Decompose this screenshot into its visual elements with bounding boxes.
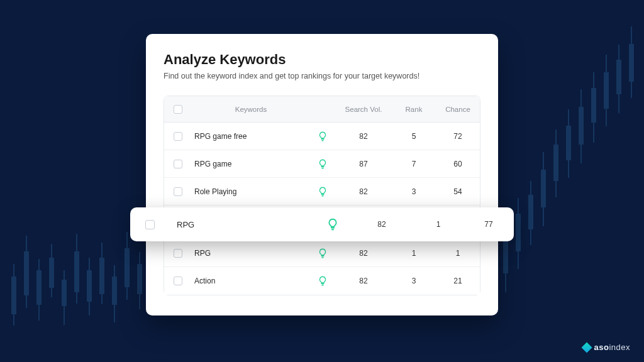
search-vol-cell: 87 [335,160,392,168]
chance-cell: 60 [436,160,480,168]
row-checkbox[interactable] [174,132,182,141]
table-header-row: Keywords Search Vol. Rank Chance [164,96,480,123]
search-vol-cell: 82 [335,187,392,196]
rank-cell: 1 [413,220,464,229]
chance-cell: 72 [436,132,480,141]
search-vol-cell: 82 [335,249,392,258]
brand-part2: index [609,343,630,352]
lightbulb-icon[interactable] [317,275,328,287]
header-keywords: Keywords [192,106,310,113]
keyword-cell: Role Playing [192,187,310,196]
header-rank: Rank [392,106,436,113]
select-all-checkbox[interactable] [174,105,182,114]
header-search-vol: Search Vol. [335,106,392,113]
table-row[interactable]: RPG 82 1 1 [164,239,480,267]
table-row[interactable]: Role Playing 82 3 54 [164,178,480,206]
keyword-cell: RPG game [192,160,310,168]
analyze-keywords-card: Analyze Keywords Find out the keyword in… [146,34,498,315]
keyword-cell: Action [192,277,310,285]
table-row[interactable]: RPG game 87 7 60 [164,150,480,178]
row-checkbox[interactable] [174,187,182,196]
rank-cell: 3 [392,187,436,196]
rank-cell: 7 [392,160,436,168]
lightbulb-icon[interactable] [326,217,340,231]
search-vol-cell: 82 [350,220,413,229]
highlighted-keyword-row[interactable]: RPG 82 1 77 [130,207,514,241]
rank-cell: 1 [392,249,436,258]
keyword-cell: RPG [169,220,315,229]
card-title: Analyze Keywords [164,52,480,68]
chance-cell: 77 [464,220,514,229]
row-checkbox[interactable] [174,160,182,168]
brand-part1: aso [594,343,609,352]
chance-cell: 21 [436,277,480,285]
lightbulb-icon[interactable] [317,158,328,170]
keywords-table: Keywords Search Vol. Rank Chance RPG gam… [164,96,480,295]
row-checkbox[interactable] [174,249,182,258]
logo-diamond-icon [581,342,592,353]
rank-cell: 5 [392,132,436,141]
table-row[interactable]: Action 82 3 21 [164,267,480,295]
table-row[interactable]: RPG game free 82 5 72 [164,123,480,150]
rank-cell: 3 [392,277,436,285]
chance-cell: 1 [436,249,480,258]
lightbulb-icon[interactable] [317,248,328,259]
lightbulb-icon[interactable] [317,186,328,197]
brand-logo: asoindex [583,343,630,352]
search-vol-cell: 82 [335,277,392,285]
header-chance: Chance [436,106,480,113]
keyword-cell: RPG [192,249,310,258]
row-checkbox[interactable] [145,220,155,229]
search-vol-cell: 82 [335,132,392,141]
chance-cell: 54 [436,187,480,196]
row-checkbox[interactable] [174,277,182,285]
keyword-cell: RPG game free [192,132,310,141]
lightbulb-icon[interactable] [317,131,328,142]
card-subtitle: Find out the keyword index and get top r… [164,72,480,80]
